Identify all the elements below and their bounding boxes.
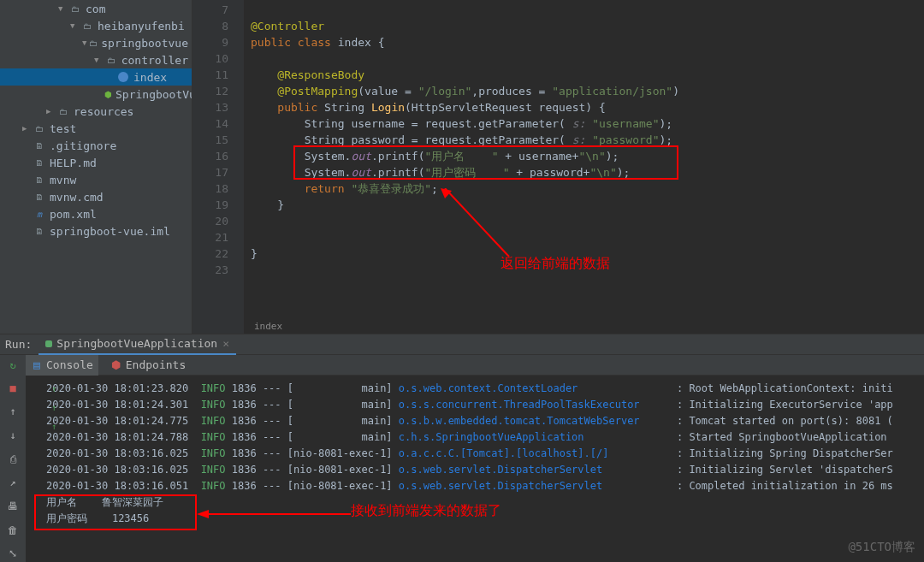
- code-content[interactable]: @Controller public class index { @Respon…: [244, 0, 924, 334]
- annotation-text-received: 接收到前端发来的数据了: [351, 502, 501, 518]
- export-icon[interactable]: ↗: [3, 474, 22, 493]
- tree-file-index[interactable]: index: [0, 68, 192, 86]
- run-tab-label: SpringbootVueApplication: [56, 337, 217, 350]
- tree-file-gitignore[interactable]: 🗎.gitignore: [0, 137, 192, 154]
- down-icon[interactable]: ↓: [3, 426, 22, 445]
- tree-label: .gitignore: [50, 139, 116, 152]
- close-icon[interactable]: ×: [222, 337, 229, 350]
- photo-icon[interactable]: ⎙: [3, 450, 22, 469]
- run-label: Run:: [5, 338, 32, 351]
- trash-icon[interactable]: 🗑: [3, 521, 22, 540]
- tree-label: com: [86, 3, 105, 15]
- tree-folder-heibanyufenbi[interactable]: ▼🗀heibanyufenbi: [0, 17, 192, 34]
- run-header: Run: SpringbootVueApplication ×: [0, 334, 924, 355]
- run-panel: Run: SpringbootVueApplication × ↻ ▤Conso…: [0, 334, 924, 562]
- file-icon: 🗎: [33, 139, 46, 152]
- tree-file-pomxml[interactable]: mpom.xml: [0, 205, 192, 222]
- spring-icon: ⬢: [104, 87, 112, 101]
- tree-label: SpringbootVueAp...: [116, 88, 192, 101]
- pin-icon[interactable]: ⤡: [3, 544, 22, 562]
- tree-folder-test[interactable]: ▶🗀test: [0, 120, 192, 137]
- rerun-icon[interactable]: ↻: [3, 356, 22, 375]
- soft-wrap-icon: ↑: [51, 381, 56, 397]
- run-tab-app[interactable]: SpringbootVueApplication ×: [38, 334, 236, 355]
- tree-label: index: [133, 71, 167, 84]
- endpoints-icon: ⬢: [110, 359, 122, 371]
- java-class-icon: [116, 70, 130, 84]
- console-tab[interactable]: ▤Console: [26, 355, 98, 376]
- console-output[interactable]: ↑ ↑ ↑ 2020-01-30 18:01:23.820 INFO 1836 …: [26, 376, 924, 562]
- file-icon: 🗎: [33, 173, 46, 186]
- tree-file-mvnwcmd[interactable]: 🗎mvnw.cmd: [0, 188, 192, 205]
- tree-file-springbootvueap[interactable]: ⬢SpringbootVueAp...: [0, 86, 192, 103]
- up-icon[interactable]: ↑: [3, 403, 22, 422]
- watermark: @51CTO博客: [848, 540, 915, 555]
- tree-label: controller: [121, 54, 188, 67]
- folder-icon: 🗀: [80, 19, 94, 33]
- project-tree: ▼🗀com ▼🗀heibanyufenbi ▼🗀springbootvue ▼🗀…: [0, 0, 192, 334]
- tree-file-iml[interactable]: 🗎springboot-vue.iml: [0, 222, 192, 240]
- folder-icon: 🗀: [89, 36, 98, 50]
- tree-label: mvnw: [50, 174, 76, 186]
- tree-label: heibanyufenbi: [98, 20, 185, 33]
- tree-file-helpmd[interactable]: 🗎HELP.md: [0, 154, 192, 171]
- tree-label: springbootvue: [101, 37, 188, 50]
- print-icon[interactable]: 🖶: [3, 497, 22, 516]
- tree-folder-controller[interactable]: ▼🗀controller: [0, 51, 192, 68]
- tree-label: resources: [74, 105, 133, 118]
- line-numbers: 7 8 9 10 11 12 13 14 15 16 17 18 19 20 2…: [192, 0, 244, 334]
- soft-wrap-icon: ↑: [51, 418, 56, 435]
- endpoints-tab[interactable]: ⬢Endpoints: [105, 355, 191, 376]
- tree-file-mvnw[interactable]: 🗎mvnw: [0, 171, 192, 188]
- tree-folder-resources[interactable]: ▶🗀resources: [0, 103, 192, 120]
- console-icon: ▤: [31, 359, 43, 371]
- code-editor[interactable]: 7 8 9 10 11 12 13 14 15 16 17 18 19 20 2…: [192, 0, 924, 334]
- folder-icon: 🗀: [33, 121, 46, 135]
- tree-folder-com[interactable]: ▼🗀com: [0, 0, 192, 17]
- maven-icon: m: [33, 207, 46, 221]
- folder-icon: 🗀: [104, 53, 118, 67]
- tree-label: test: [50, 122, 76, 135]
- tree-label: HELP.md: [50, 157, 97, 169]
- stop-icon[interactable]: ■: [3, 379, 22, 398]
- soft-wrap-icon: ↑: [51, 399, 56, 416]
- annotation-text-return: 返回给前端的数据: [500, 255, 610, 271]
- breadcrumb[interactable]: index: [254, 321, 282, 332]
- tree-folder-springbootvue[interactable]: ▼🗀springbootvue: [0, 34, 192, 51]
- file-icon: 🗎: [33, 190, 46, 204]
- tree-label: pom.xml: [50, 208, 97, 221]
- file-icon: 🗎: [33, 224, 46, 238]
- annotation-box-output: [34, 494, 197, 530]
- file-icon: 🗎: [33, 156, 46, 169]
- status-dot-icon: [45, 340, 52, 347]
- tree-label: mvnw.cmd: [50, 191, 104, 204]
- tree-label: springboot-vue.iml: [50, 225, 170, 238]
- folder-icon: 🗀: [68, 2, 82, 15]
- console-toolbar: ■ ↑ ↓ ⎙ ↗ 🖶 🗑 ⤡: [0, 376, 26, 562]
- folder-icon: 🗀: [56, 104, 70, 118]
- annotation-box-printf: [293, 145, 678, 180]
